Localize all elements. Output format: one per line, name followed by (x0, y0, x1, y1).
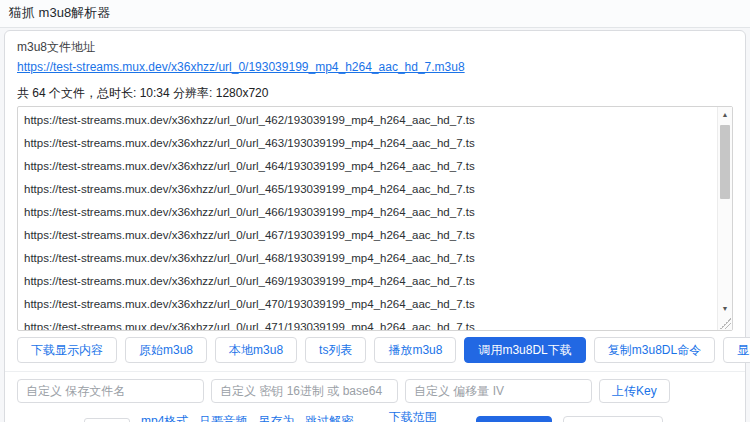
show-m3u8dl-command-button[interactable]: 显示m3u8DL命令 (723, 337, 750, 363)
scrollbar[interactable]: ▲ ▼ (717, 107, 732, 330)
skip-decrypt-label: 跳过解密 (305, 413, 353, 422)
page-title: 猫抓 m3u8解析器 (0, 0, 750, 28)
audio-only-label: 只要音频 (199, 413, 247, 422)
resize-grip-icon[interactable] (720, 318, 731, 329)
open-download-dir-button[interactable]: 打开下载目录 (563, 416, 663, 422)
save-as-label: 另存为 (258, 413, 294, 422)
parser-panel: m3u8文件地址 https://test-streams.mux.dev/x3… (4, 30, 746, 422)
original-m3u8-button[interactable]: 原始m3u8 (125, 337, 207, 363)
download-range-group: 下载范围 (366, 409, 459, 422)
action-toolbar: 下载显示内容 原始m3u8 本地m3u8 ts列表 播放m3u8 调用m3u8D… (17, 337, 733, 363)
file-summary: 共 64 个文件，总时长: 10:34 分辨率: 1280x720 (17, 85, 733, 102)
segment-list-container: ▲ ▼ (17, 106, 733, 331)
merge-download-button[interactable]: 合并下载 (476, 416, 552, 422)
thread-count-input[interactable] (84, 418, 130, 422)
segment-list-textarea[interactable] (17, 106, 733, 331)
download-shown-content-button[interactable]: 下载显示内容 (17, 337, 117, 363)
m3u8-address-label: m3u8文件地址 (17, 39, 733, 56)
ts-list-button[interactable]: ts列表 (305, 337, 366, 363)
download-range-label: 下载范围 (389, 409, 437, 422)
play-m3u8-button[interactable]: 播放m3u8 (374, 337, 456, 363)
download-options-row: 下载线程数 mp4格式 只要音频 另存为 跳过解密 下载范围 合并下载 打开下载… (17, 409, 733, 422)
m3u8-source-link[interactable]: https://test-streams.mux.dev/x36xhzz/url… (17, 60, 465, 74)
mp4-format-option[interactable]: mp4格式 (141, 413, 188, 422)
copy-m3u8dl-command-button[interactable]: 复制m3u8DL命令 (594, 337, 715, 363)
skip-decrypt-option[interactable]: 跳过解密 (305, 413, 353, 422)
iv-offset-input[interactable] (405, 379, 592, 403)
local-m3u8-button[interactable]: 本地m3u8 (215, 337, 297, 363)
scrollbar-thumb[interactable] (720, 125, 730, 199)
custom-key-row: 上传Key (17, 379, 733, 403)
audio-only-option[interactable]: 只要音频 (199, 413, 247, 422)
scroll-up-arrow-icon[interactable]: ▲ (718, 108, 732, 121)
divider (5, 371, 745, 372)
save-as-option[interactable]: 另存为 (258, 413, 294, 422)
scroll-down-arrow-icon[interactable]: ▼ (718, 302, 732, 315)
save-filename-input[interactable] (17, 379, 204, 403)
invoke-m3u8dl-download-button[interactable]: 调用m3u8DL下载 (464, 337, 585, 363)
upload-key-button[interactable]: 上传Key (599, 379, 670, 403)
decrypt-key-input[interactable] (211, 379, 398, 403)
mp4-format-label: mp4格式 (141, 413, 188, 422)
